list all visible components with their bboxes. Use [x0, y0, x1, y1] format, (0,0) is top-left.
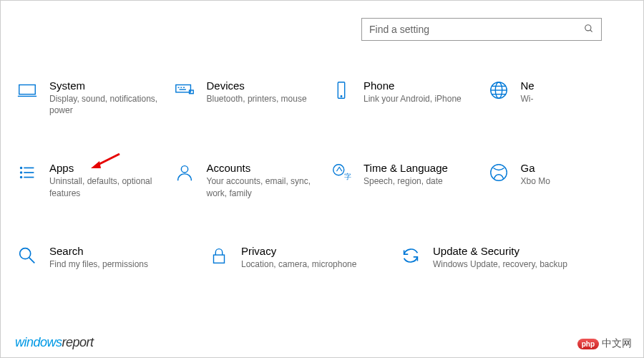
category-title: Accounts	[207, 162, 330, 174]
svg-point-11	[341, 96, 342, 97]
category-update-security[interactable]: Update & SecurityWindows Update, recover…	[399, 243, 590, 270]
xbox-icon	[487, 160, 511, 185]
category-title: Ne	[521, 79, 644, 92]
search-icon	[584, 24, 594, 36]
svg-point-17	[21, 168, 22, 169]
category-title: Devices	[207, 79, 330, 92]
svg-point-23	[181, 166, 187, 173]
keyboard-icon	[172, 78, 197, 102]
list-icon	[15, 160, 39, 185]
category-title: Ga	[521, 162, 644, 174]
category-title: Apps	[49, 162, 172, 174]
svg-rect-2	[19, 85, 36, 95]
svg-text:字: 字	[344, 173, 351, 181]
category-desc: Uninstall, defaults, optional features	[49, 175, 172, 198]
category-desc: Bluetooth, printers, mouse	[207, 93, 330, 105]
search-icon	[15, 243, 39, 268]
category-search[interactable]: SearchFind my files, permissions	[15, 243, 207, 270]
category-desc: Your accounts, email, sync, work, family	[207, 175, 330, 198]
svg-line-1	[590, 29, 592, 32]
svg-point-27	[20, 248, 31, 258]
monitor-icon	[15, 78, 39, 102]
settings-grid: SystemDisplay, sound, notifications, pow…	[15, 78, 643, 270]
category-apps[interactable]: AppsUninstall, defaults, optional featur…	[15, 160, 172, 198]
category-desc: Display, sound, notifications, power	[49, 93, 172, 116]
category-desc: Wi-	[521, 93, 644, 105]
svg-point-0	[585, 24, 591, 30]
category-desc: Windows Update, recovery, backup	[433, 258, 590, 270]
svg-point-21	[21, 177, 22, 178]
category-privacy[interactable]: PrivacyLocation, camera, microphone	[207, 243, 399, 270]
svg-line-28	[29, 258, 35, 263]
lock-icon	[207, 243, 231, 268]
category-devices[interactable]: DevicesBluetooth, printers, mouse	[172, 78, 330, 116]
svg-rect-4	[175, 85, 190, 92]
person-icon	[172, 160, 197, 185]
svg-point-19	[21, 172, 22, 173]
svg-point-26	[490, 165, 507, 181]
category-phone[interactable]: PhoneLink your Android, iPhone	[329, 78, 487, 116]
category-gaming[interactable]: GaXbo Mo	[487, 160, 644, 198]
category-accounts[interactable]: AccountsYour accounts, email, sync, work…	[172, 160, 330, 198]
category-title: Search	[49, 245, 207, 257]
category-title: System	[49, 79, 172, 92]
language-icon: 字	[329, 160, 353, 185]
watermark-phpcn: php中文网	[577, 337, 632, 350]
search-input[interactable]	[369, 24, 584, 35]
category-system[interactable]: SystemDisplay, sound, notifications, pow…	[15, 78, 172, 116]
category-title: Update & Security	[433, 245, 590, 257]
sync-icon	[399, 243, 423, 268]
category-desc: Speech, region, date	[364, 175, 487, 187]
phone-icon	[329, 78, 353, 102]
category-desc: Find my files, permissions	[49, 258, 207, 270]
globe-icon	[487, 78, 511, 102]
svg-point-24	[333, 165, 344, 175]
category-title: Privacy	[241, 245, 399, 257]
category-network[interactable]: NeWi-	[487, 78, 644, 116]
category-desc: Link your Android, iPhone	[364, 93, 487, 105]
category-time-language[interactable]: 字 Time & LanguageSpeech, region, date	[329, 160, 487, 198]
category-title: Time & Language	[364, 162, 487, 174]
category-desc: Location, camera, microphone	[241, 258, 399, 270]
watermark-windowsreport: windowsreport	[15, 335, 94, 350]
category-title: Phone	[364, 79, 487, 92]
search-box[interactable]	[361, 18, 602, 41]
svg-rect-29	[214, 255, 225, 263]
category-desc: Xbo Mo	[521, 175, 644, 187]
